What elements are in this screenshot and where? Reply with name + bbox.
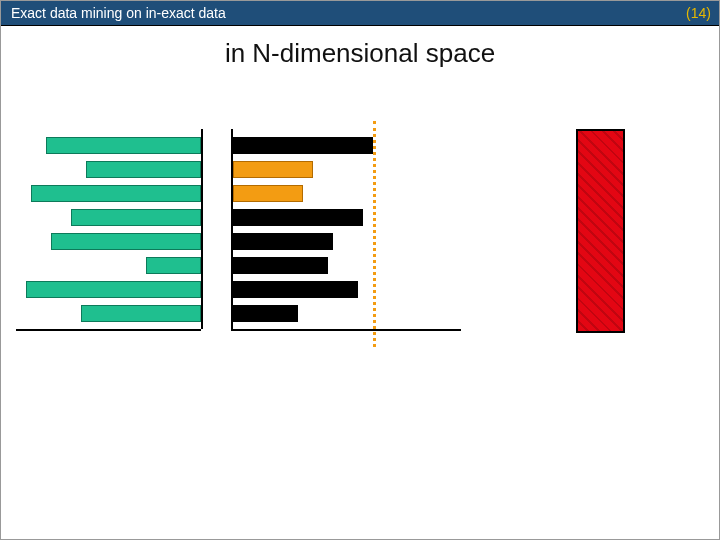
diagram-stage xyxy=(1,69,720,540)
slide-header-bar: Exact data mining on in-exact data (14) xyxy=(1,1,719,26)
teal-bar-6 xyxy=(146,257,201,274)
teal-bar-2 xyxy=(86,161,201,178)
black-bar-1 xyxy=(233,137,373,154)
black-bar-6 xyxy=(233,257,328,274)
black-bar-7 xyxy=(233,281,358,298)
left-panel-y-axis xyxy=(201,129,203,329)
teal-bar-3 xyxy=(31,185,201,202)
mid-panel-x-axis xyxy=(231,329,461,331)
teal-bar-1 xyxy=(46,137,201,154)
teal-bar-4 xyxy=(71,209,201,226)
slide-header-title: Exact data mining on in-exact data xyxy=(11,5,226,21)
slide-page-number: (14) xyxy=(686,1,711,25)
orange-bar-2 xyxy=(233,161,313,178)
red-match-column xyxy=(576,129,625,333)
black-bar-4 xyxy=(233,209,363,226)
mid-panel-y-axis xyxy=(231,129,233,329)
threshold-marker-line xyxy=(373,121,376,347)
black-bar-8 xyxy=(233,305,298,322)
red-match-column-fill xyxy=(578,131,623,331)
slide-root: Exact data mining on in-exact data (14) … xyxy=(0,0,720,540)
black-bar-5 xyxy=(233,233,333,250)
left-panel-x-axis xyxy=(16,329,201,331)
teal-bar-8 xyxy=(81,305,201,322)
teal-bar-7 xyxy=(26,281,201,298)
teal-bar-5 xyxy=(51,233,201,250)
orange-bar-3 xyxy=(233,185,303,202)
slide-title: in N-dimensional space xyxy=(1,38,719,69)
